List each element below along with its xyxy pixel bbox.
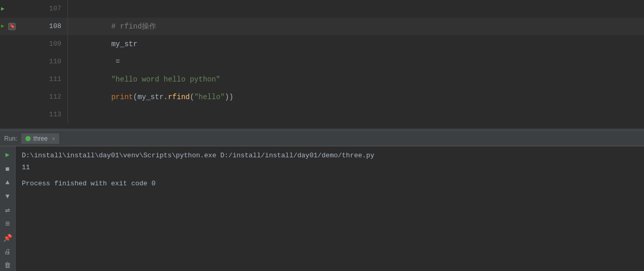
var-my_str: my_str (111, 40, 137, 48)
settings-button[interactable]: ≡ (2, 219, 14, 229)
method-rfind: rfind (168, 93, 190, 101)
code-line-110: 110 my_str = "hello word hello python" (0, 53, 644, 71)
builtin-print: print (111, 93, 133, 101)
tab-status-dot (25, 136, 31, 141)
line-gutter-110: 110 (0, 53, 68, 71)
tab-close-button[interactable]: × (52, 136, 55, 142)
output-number: 11 (22, 162, 638, 173)
scroll-down-button[interactable]: ▼ (2, 191, 14, 202)
line-number-108: 108 (49, 18, 61, 35)
line-gutter-113: 113 (0, 106, 68, 124)
line-number-111: 111 (49, 71, 61, 88)
run-toolbar: ▶ ◼ ▲ ▼ ⇌ ≡ 📌 🖨 🗑 (0, 146, 16, 271)
line-number-109: 109 (49, 35, 61, 53)
pin-button[interactable]: 📌 (2, 233, 14, 243)
tab-name: three (33, 135, 47, 142)
run-arrow-icon: ▶ (1, 0, 5, 18)
run-tab[interactable]: three × (21, 133, 59, 144)
line-gutter-112: 112 (0, 88, 68, 106)
line-number-110: 110 (49, 53, 61, 71)
line-gutter-107: ▶ 107 (0, 0, 68, 18)
play-button[interactable]: ▶ (2, 150, 14, 160)
bookmark-icon: ▶ (1, 18, 4, 35)
line-separator-113 (68, 106, 68, 124)
console-output: D:\install\install\day01\venv\Scripts\py… (16, 146, 644, 271)
line-gutter-108: ▶ 🔖 108 (0, 18, 68, 35)
code-line-112: 112 print(my_str.rfind("hello")) (0, 88, 644, 106)
line-gutter-111: 111 (0, 71, 68, 88)
code-lines: ▶ 107 ▶ 🔖 108 # rfind操作 109 (0, 0, 644, 129)
command-line: D:\install\install\day01\venv\Scripts\py… (22, 151, 638, 161)
code-line-113: 113 (0, 106, 644, 124)
breakpoint-symbol: 🔖 (9, 18, 15, 35)
wrap-button[interactable]: ⇌ (2, 205, 14, 216)
scroll-up-button[interactable]: ▲ (2, 177, 14, 188)
line-number-113: 113 (49, 106, 61, 124)
stop-button[interactable]: ◼ (2, 164, 14, 174)
line-number-112: 112 (49, 88, 61, 106)
line-number-107: 107 (49, 0, 61, 18)
run-label: Run: (4, 135, 17, 142)
breakpoint-box: 🔖 (8, 23, 16, 30)
code-editor: ▶ 107 ▶ 🔖 108 # rfind操作 109 (0, 0, 644, 129)
run-panel-body: ▶ ◼ ▲ ▼ ⇌ ≡ 📌 🖨 🗑 D:\install\install\day… (0, 146, 644, 271)
run-panel-header: Run: three × (0, 131, 644, 146)
clear-button[interactable]: 🗑 (2, 260, 14, 271)
run-panel: Run: three × ▶ ◼ ▲ ▼ ⇌ ≡ 📌 🖨 🗑 D:\instal… (0, 131, 644, 271)
process-finished: Process finished with exit code 0 (22, 179, 638, 189)
print-button[interactable]: 🖨 (2, 247, 14, 258)
line-gutter-109: 109 (0, 35, 68, 53)
